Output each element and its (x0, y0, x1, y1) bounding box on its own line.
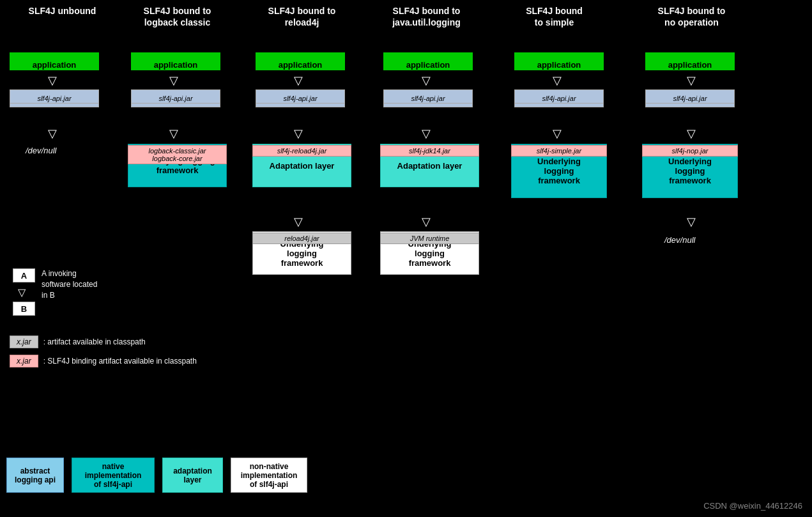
jar-reload4j-3: slf4j-reload4j.jar (252, 145, 351, 157)
col1-header: SLF4J unbound (13, 5, 112, 17)
arrow-layer3-6: ▽ (687, 215, 696, 229)
bottom-legend: abstractlogging api native implementatio… (6, 458, 307, 493)
jar-legend-box-2: x.jar (10, 355, 38, 367)
jar-legend-text-1: : artifact available in classpath (43, 337, 146, 346)
jar-legend-box-1: x.jar (10, 336, 38, 348)
jar-reload4j-inner-3: reload4j.jar (252, 233, 351, 244)
jar-legend-1: x.jar : artifact available in classpath (10, 336, 146, 348)
arrow-api-5: ▽ (553, 127, 562, 141)
legend-a-box: A (13, 268, 35, 282)
app-box-5: application (514, 52, 604, 70)
app-box-6: application (645, 52, 735, 70)
app-box-4: application (383, 52, 473, 70)
api-jar-3: slf4j-api.jar (256, 89, 345, 104)
jar-nop-6: slf4j-nop.jar (642, 145, 738, 157)
col3-header: SLF4J bound toreload4j (249, 5, 355, 28)
api-jar-1: slf4j-api.jar (10, 89, 99, 104)
app-box-1: application (10, 52, 99, 70)
arrow-api-2: ▽ (169, 127, 178, 141)
legend-native: native implementationof slf4j-api (72, 458, 155, 493)
api-jar-2: slf4j-api.jar (131, 89, 220, 104)
arrow-api-3: ▽ (294, 127, 303, 141)
app-box-2: application (131, 52, 220, 70)
app-box-3: application (256, 52, 345, 70)
col6-header: SLF4J bound tono operation (639, 5, 744, 28)
arrow-layer3-3: ▽ (294, 215, 303, 229)
csdn-watermark: CSDN @weixin_44612246 (703, 501, 802, 511)
api-jar-6: slf4j-api.jar (645, 89, 735, 104)
legend-adaptation: adaptation layer (162, 458, 223, 493)
legend-a-group: A A invokingsoftware locatedin B (13, 268, 35, 282)
jar-simple-5: slf4j-simple.jar (511, 145, 607, 157)
arrow-3: ▽ (294, 73, 303, 88)
api-jar-5: slf4j-api.jar (514, 89, 604, 104)
col2-header: SLF4J bound tologback classic (125, 5, 230, 28)
jar-logback-2: logback-classic.jarlogback-core.jar (128, 145, 227, 164)
jar-legend-2: x.jar : SLF4J binding artifact available… (10, 355, 197, 367)
col4-header: SLF4J bound tojava.util.logging (371, 5, 482, 28)
arrow-api-1: ▽ (48, 127, 57, 141)
arrow-1: ▽ (48, 73, 57, 88)
arrow-api-4: ▽ (422, 127, 431, 141)
devnull-1: /dev/null (26, 146, 56, 155)
jar-jdk14-4: slf4j-jdk14.jar (380, 145, 479, 157)
arrow-api-6: ▽ (687, 127, 696, 141)
legend-abstract: abstractlogging api (6, 458, 64, 493)
diagram-container: SLF4J unbound SLF4J bound tologback clas… (0, 0, 812, 517)
jar-legend-text-2: : SLF4J binding artifact available in cl… (43, 357, 197, 366)
legend-arrow: ▽ (18, 286, 26, 298)
jar-jvm-4: JVM runtime (380, 233, 479, 244)
arrow-4: ▽ (422, 73, 431, 88)
arrow-6: ▽ (687, 73, 696, 88)
arrow-layer3-4: ▽ (422, 215, 431, 229)
legend-a-text: A invokingsoftware locatedin B (42, 268, 125, 300)
col5-header: SLF4J boundto simple (508, 5, 601, 28)
legend-non-native: non-nativeimplementationof slf4j-api (231, 458, 307, 493)
arrow-2: ▽ (169, 73, 178, 88)
legend-b-box: B (13, 302, 35, 316)
devnull-6: /dev/null (664, 235, 695, 245)
api-jar-4: slf4j-api.jar (383, 89, 473, 104)
arrow-5: ▽ (553, 73, 562, 88)
